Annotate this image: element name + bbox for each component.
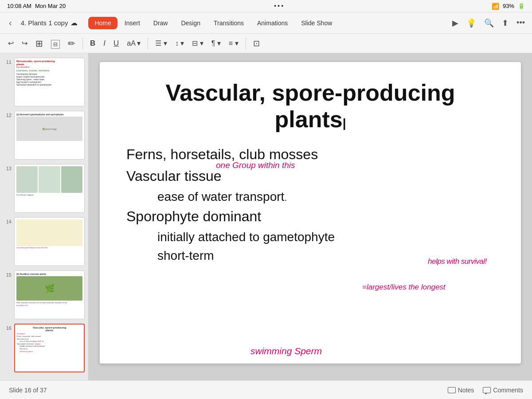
- menu-tabs: Home Insert Draw Design Transitions Anim…: [88, 17, 338, 29]
- wifi-icon: 📶: [492, 3, 499, 10]
- more-button[interactable]: •••: [515, 16, 527, 29]
- slide-main-area[interactable]: Vascular, spore-producingplants| one Gro…: [89, 53, 532, 380]
- toolbar: ↩ ↪ ⊞ ⊟ ✏ B I U aA ▾ ☰ ▾ ↕ ▾ ⊟ ▾ ¶ ▾ ≡ ▾…: [0, 34, 532, 53]
- slide-thumb-12[interactable]: 12 (a) Hornwort gametophytes and sporoph…: [3, 110, 86, 160]
- time-display: 10:08 AM: [7, 3, 31, 9]
- play-button[interactable]: ▶: [450, 16, 460, 30]
- bold-button[interactable]: B: [87, 37, 98, 50]
- slide-img-13: Fern lifecycle diagram: [14, 164, 85, 213]
- tab-home[interactable]: Home: [88, 17, 117, 29]
- pen-button[interactable]: ✏: [65, 36, 78, 51]
- dots-indicator: • • •: [274, 3, 283, 9]
- annotation-largest: =largest/lives the longest: [362, 283, 446, 292]
- tab-animations[interactable]: Animations: [251, 17, 294, 29]
- notes-button[interactable]: Notes: [448, 387, 474, 394]
- share-button[interactable]: ⬆: [500, 16, 510, 30]
- copy-style-button[interactable]: ⊡: [250, 37, 262, 50]
- bottom-right: Notes Comments: [448, 387, 523, 394]
- bullet-initially: initially attached to gametophyte: [157, 230, 499, 244]
- battery-display: 93%: [503, 3, 514, 9]
- italic-button[interactable]: I: [101, 37, 108, 50]
- column-button[interactable]: ⊟ ▾: [189, 37, 206, 49]
- main-area: 11 Nonvascular, spore-producingplants ti…: [0, 53, 532, 380]
- insert-table-button[interactable]: ⊞: [33, 36, 46, 51]
- slide-num-14: 14: [4, 219, 12, 224]
- status-bar: 10:08 AM Mon Mar 20 • • • 📶 93% 🔋: [0, 0, 532, 12]
- slide-thumb-16[interactable]: 16 Vascular, spore-producingplants annot…: [3, 323, 86, 373]
- tab-slideshow[interactable]: Slide Show: [295, 17, 338, 29]
- bottom-bar: Slide 16 of 37 Notes Comments: [0, 380, 532, 399]
- slide-img-11: Nonvascular, spore-producingplants tiny …: [14, 58, 85, 106]
- date-display: Mon Mar 20: [35, 3, 66, 9]
- line-spacing-button[interactable]: ↕ ▾: [172, 37, 187, 49]
- slide-panel[interactable]: 11 Nonvascular, spore-producingplants ti…: [0, 53, 89, 380]
- slide-title: Vascular, spore-producingplants|: [122, 80, 499, 133]
- undo-button[interactable]: ↩: [5, 37, 16, 49]
- bullet-vascular-tissue: Vascular tissue: [126, 168, 499, 184]
- slide-img-15: (b) Seedless vascular plants 🌿 Have vasc…: [14, 270, 85, 319]
- slide-img-16: Vascular, spore-producingplants annotati…: [14, 324, 85, 372]
- annotation-one-group: one Group within this: [216, 160, 295, 170]
- tab-draw[interactable]: Draw: [147, 17, 174, 29]
- lightbulb-button[interactable]: 💡: [465, 16, 478, 30]
- toolbar-divider-1: [82, 37, 83, 50]
- bullet-sporophyte: Sporophyte dominant: [126, 208, 499, 225]
- font-size-button[interactable]: aA ▾: [124, 37, 143, 49]
- annotation-helps-survival: helps with survival!: [428, 257, 487, 266]
- slide-thumb-13[interactable]: 13 Fern lifecycle diagram: [3, 163, 86, 214]
- slide-info: Slide 16 of 37: [9, 387, 47, 394]
- search-button[interactable]: 🔍: [482, 16, 496, 30]
- back-button[interactable]: ‹: [5, 16, 16, 30]
- comments-button[interactable]: Comments: [483, 387, 523, 394]
- document-title: 4. Plants 1 copy ☁: [21, 19, 78, 27]
- slide-thumb-14[interactable]: 14 see prokaryote/eukaryote vascular ste…: [3, 216, 86, 267]
- format-button[interactable]: ⊟: [48, 36, 63, 50]
- slide-num-15: 15: [4, 272, 12, 278]
- slide-img-14: see prokaryote/eukaryote vascular stele: [14, 217, 85, 266]
- bullet-ease-water: ease of water transport.: [157, 190, 499, 204]
- slide-content[interactable]: Vascular, spore-producingplants| one Gro…: [100, 62, 521, 364]
- tab-insert[interactable]: Insert: [118, 17, 146, 29]
- slide-num-13: 13: [4, 166, 12, 171]
- slide-img-12: (a) Hornwort gametophytes and sporophyte…: [14, 111, 85, 160]
- slide-num-16: 16: [4, 325, 12, 331]
- comments-icon: [483, 387, 491, 393]
- battery-icon: 🔋: [518, 3, 525, 9]
- cloud-icon: ☁: [70, 19, 78, 27]
- slide-thumb-11[interactable]: 11 Nonvascular, spore-producingplants ti…: [3, 57, 86, 107]
- tab-design[interactable]: Design: [175, 17, 207, 29]
- menu-bar: ‹ 4. Plants 1 copy ☁ Home Insert Draw De…: [0, 12, 532, 34]
- slide-num-11: 11: [4, 59, 12, 65]
- toolbar-divider-3: [246, 37, 246, 50]
- underline-button[interactable]: U: [111, 37, 121, 50]
- align-button[interactable]: ≡ ▾: [226, 37, 241, 49]
- bullet-ferns: Ferns, horsetails, club mosses: [126, 146, 499, 163]
- bullet-list-button[interactable]: ☰ ▾: [153, 37, 169, 49]
- annotation-swimming-sperm: swimming Sperm: [250, 346, 322, 356]
- toolbar-divider-2: [148, 37, 148, 50]
- para-button[interactable]: ¶ ▾: [209, 37, 223, 49]
- notes-icon: [448, 387, 456, 393]
- slide-num-12: 12: [4, 113, 12, 118]
- slide-thumb-15[interactable]: 15 (b) Seedless vascular plants 🌿 Have v…: [3, 270, 86, 320]
- redo-button[interactable]: ↪: [19, 37, 30, 49]
- tab-transitions[interactable]: Transitions: [207, 17, 250, 29]
